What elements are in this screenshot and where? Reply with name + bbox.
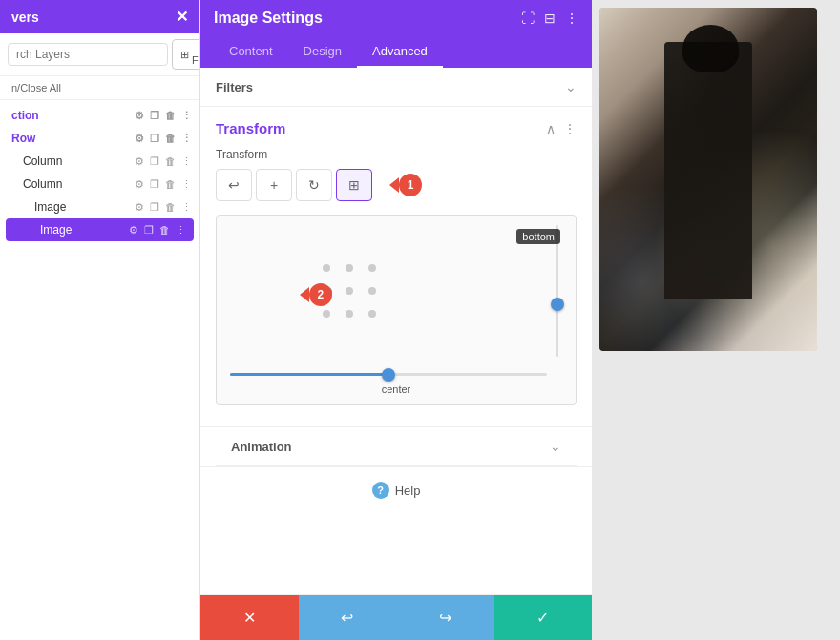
layer-item-section[interactable]: ction ⚙ ❐ 🗑 ⋮ <box>0 104 200 127</box>
more-icon-row[interactable]: ⋮ <box>181 134 192 144</box>
layer-item-row[interactable]: Row ⚙ ❐ 🗑 ⋮ <box>0 127 200 150</box>
filters-section-header[interactable]: Filters ⌄ <box>200 68 592 107</box>
layers-title: vers <box>11 10 39 25</box>
move-button[interactable]: ↩ <box>216 169 252 201</box>
duplicate-icon-img1[interactable]: ❐ <box>150 202 159 213</box>
search-input[interactable] <box>8 43 168 66</box>
more-icon-img2[interactable]: ⋮ <box>176 225 186 236</box>
more-icon-col1[interactable]: ⋮ <box>181 156 192 167</box>
h-slider-fill <box>230 373 388 376</box>
cancel-button[interactable]: ✕ <box>200 595 299 640</box>
fullscreen-icon[interactable]: ⛶ <box>521 10 535 26</box>
dot-1-0[interactable] <box>323 287 332 297</box>
transform-collapse-icon[interactable]: ∧ <box>546 121 556 136</box>
more-icon[interactable]: ⋮ <box>181 111 192 121</box>
dot-0-0[interactable] <box>323 264 330 272</box>
delete-icon-img2[interactable]: 🗑 <box>159 225 170 236</box>
duplicate-icon-col1[interactable]: ❐ <box>150 156 159 167</box>
layer-label-row: Row <box>11 132 131 145</box>
rotate-button[interactable]: ↻ <box>296 169 332 201</box>
layer-item-image2[interactable]: Image ⚙ ❐ 🗑 ⋮ <box>6 218 194 241</box>
animation-chevron-down-icon: ⌄ <box>550 439 561 454</box>
open-close-all[interactable]: n/Close All <box>0 76 200 100</box>
move-icon: ↩ <box>228 177 240 193</box>
layer-label-column1: Column <box>23 155 131 168</box>
badge-1: 1 <box>399 174 422 196</box>
transform-title: Transform <box>216 120 285 136</box>
h-slider-track <box>230 373 547 376</box>
layer-item-column1[interactable]: Column ⚙ ❐ 🗑 ⋮ <box>0 150 200 173</box>
undo-icon: ↩ <box>341 609 353 627</box>
animation-title: Animation <box>231 440 292 454</box>
transform-toolbar: ↩ + ↻ ⊞ 1 <box>216 169 577 201</box>
scale-button[interactable]: ⊞ <box>336 169 372 201</box>
settings-body: Filters ⌄ Transform ∧ ⋮ Transform ↩ + <box>200 68 592 594</box>
delete-icon-img1[interactable]: 🗑 <box>165 202 176 213</box>
h-slider-thumb[interactable] <box>382 368 395 382</box>
layer-item-image1[interactable]: Image ⚙ ❐ 🗑 ⋮ <box>0 196 200 218</box>
dot-2-2[interactable] <box>368 310 376 318</box>
layer-item-column2[interactable]: Column ⚙ ❐ 🗑 ⋮ <box>0 173 200 196</box>
layers-tree: ction ⚙ ❐ 🗑 ⋮ Row ⚙ ❐ 🗑 ⋮ Column ⚙ ❐ <box>0 100 200 640</box>
dot-0-1[interactable] <box>346 264 353 272</box>
transform-grid-area: bottom 2 <box>216 215 577 405</box>
dot-1-2[interactable] <box>368 287 376 295</box>
filters-chevron-down-icon: ⌄ <box>565 79 577 94</box>
layer-icons-col1: ⚙ ❐ 🗑 ⋮ <box>135 156 192 167</box>
duplicate-icon[interactable]: ❐ <box>150 111 159 121</box>
layer-icons-img2: ⚙ ❐ 🗑 ⋮ <box>129 225 186 236</box>
layer-icons-img1: ⚙ ❐ 🗑 ⋮ <box>135 202 192 213</box>
redo-button[interactable]: ↪ <box>396 595 494 640</box>
translate-button[interactable]: + <box>256 169 292 201</box>
undo-button[interactable]: ↩ <box>299 595 397 640</box>
duplicate-icon-row[interactable]: ❐ <box>150 134 159 144</box>
transform-header-right: ∧ ⋮ <box>546 121 577 136</box>
redo-icon: ↪ <box>439 609 452 627</box>
filter-button[interactable]: ⊞ + Filter <box>172 39 200 70</box>
delete-icon-col1[interactable]: 🗑 <box>165 156 176 167</box>
animation-section-header[interactable]: Animation ⌄ <box>216 427 577 466</box>
layers-header: vers ✕ <box>0 0 200 33</box>
settings-icon[interactable]: ⚙ <box>135 111 144 121</box>
v-slider[interactable] <box>547 225 566 357</box>
v-slider-track <box>556 225 558 357</box>
cancel-icon: ✕ <box>243 609 256 627</box>
dot-2-1[interactable] <box>346 310 353 318</box>
settings-panel: Image Settings ⛶ ⊟ ⋮ Content Design Adva… <box>200 0 592 640</box>
tab-design[interactable]: Design <box>288 36 357 68</box>
close-icon[interactable]: ✕ <box>176 8 188 26</box>
dot-2-0[interactable] <box>323 310 330 318</box>
settings-icon-col2[interactable]: ⚙ <box>135 179 144 190</box>
dot-1-1[interactable] <box>346 287 353 295</box>
save-icon: ✓ <box>536 609 549 627</box>
settings-footer: ✕ ↩ ↪ ✓ <box>200 594 592 640</box>
settings-icon-img1[interactable]: ⚙ <box>135 202 144 213</box>
more-icon-img1[interactable]: ⋮ <box>181 202 192 213</box>
help-button[interactable]: ? Help <box>372 482 421 499</box>
preview-panel <box>592 0 840 640</box>
dot-0-2[interactable] <box>368 264 376 272</box>
animation-section: Animation ⌄ <box>200 426 592 466</box>
layer-label-image2: Image <box>40 223 125 237</box>
settings-icon-row[interactable]: ⚙ <box>135 134 144 144</box>
save-button[interactable]: ✓ <box>494 595 593 640</box>
duplicate-icon-col2[interactable]: ❐ <box>150 179 159 190</box>
delete-icon-col2[interactable]: 🗑 <box>165 179 176 190</box>
delete-icon[interactable]: 🗑 <box>165 111 176 121</box>
settings-icon-col1[interactable]: ⚙ <box>135 156 144 167</box>
transform-menu-icon[interactable]: ⋮ <box>563 121 577 136</box>
duplicate-icon-img2[interactable]: ❐ <box>144 225 154 236</box>
layers-panel: vers ✕ ⊞ + Filter n/Close All ction ⚙ ❐ … <box>0 0 200 640</box>
layer-label-section: ction <box>11 109 131 122</box>
columns-icon[interactable]: ⊟ <box>544 10 556 26</box>
preview-image <box>599 8 817 351</box>
layer-icons: ⚙ ❐ 🗑 ⋮ <box>135 111 192 121</box>
v-slider-thumb[interactable] <box>551 298 564 311</box>
more-options-icon[interactable]: ⋮ <box>565 10 578 26</box>
delete-icon-row[interactable]: 🗑 <box>165 134 176 144</box>
settings-icon-img2[interactable]: ⚙ <box>129 225 138 236</box>
tab-advanced[interactable]: Advanced <box>357 36 443 68</box>
rotate-icon: ↻ <box>308 177 320 193</box>
more-icon-col2[interactable]: ⋮ <box>181 179 192 190</box>
tab-content[interactable]: Content <box>214 36 288 68</box>
